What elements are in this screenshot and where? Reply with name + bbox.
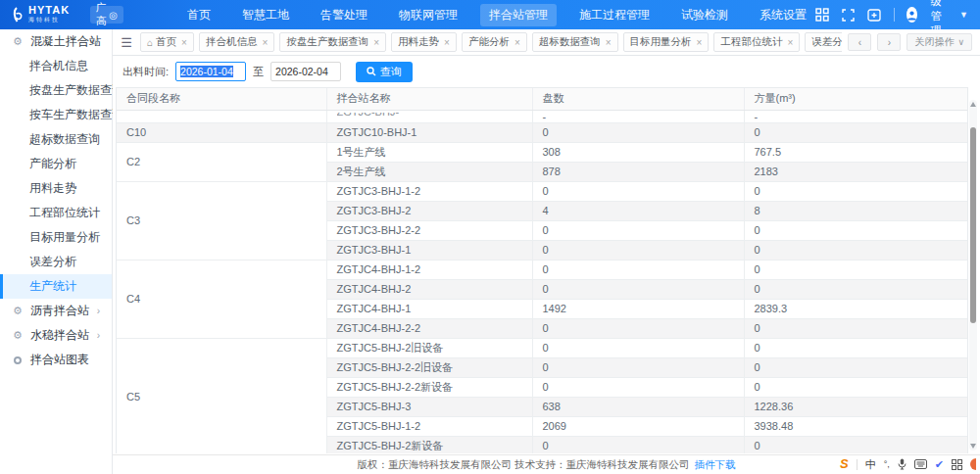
sidebar-item-拌合机信息[interactable]: 拌合机信息 [0,54,112,78]
sidebar-item-目标用量分析[interactable]: 目标用量分析 [0,225,112,250]
cell-station: ZGTJC3-BHJ-2-2 [326,220,532,240]
tab-8[interactable]: 工程部位统计× [713,32,800,52]
nav-item-6[interactable]: 施工过程管理 [570,4,659,26]
cell-volume: 0 [744,377,968,397]
handwriting-icon[interactable]: ✔ [935,456,944,472]
avatar[interactable] [906,7,917,23]
fullscreen-icon[interactable] [842,9,855,22]
close-icon[interactable]: × [262,37,268,48]
close-actions-dropdown[interactable]: 关闭操作 ∨ [906,33,972,51]
cell-volume: 2839.3 [744,299,968,318]
tabs-scroll-right-button[interactable]: › [877,33,901,51]
nav-item-8[interactable]: 系统设置 [751,4,815,26]
close-icon[interactable]: × [181,37,187,48]
close-icon[interactable]: × [787,37,793,48]
cell-station: 1号生产线 [326,142,532,162]
close-icon[interactable]: × [697,37,703,48]
top-nav: 首页智慧工地告警处理物联网管理拌合站管理施工过程管理试验检测系统设置 [178,4,815,26]
tab-2[interactable]: 拌合机信息× [199,32,274,52]
mic-icon[interactable] [898,458,906,470]
date-to-input[interactable]: 2026-02-04 [270,62,341,81]
chinese-mode-icon[interactable]: 中 [865,456,876,472]
cell-volume: 0 [744,357,968,377]
date-from-input[interactable]: 2026-01-04 [175,62,246,81]
vertical-scrollbar[interactable] [969,100,977,450]
sidebar-item-按盘生产数据查询[interactable]: 按盘生产数据查询 [0,78,112,103]
close-icon[interactable]: × [514,37,520,48]
cell-station: ZGTJC5-BHJ-2新设备 [326,436,532,453]
query-bar: 出料时间: 2026-01-04 至 2026-02-04 查询 [113,56,980,87]
close-icon[interactable]: × [606,37,612,48]
cell-contract: C5 [117,338,326,453]
tab-1[interactable]: ⌂首页× [140,32,194,52]
sidebar-item-产能分析[interactable]: 产能分析 [0,152,112,176]
tab-label: 拌合机信息 [206,35,258,49]
station-gear-icon: ⚙ [12,305,24,317]
cell-station: ZGTJC4-BHJ-1 [326,299,532,318]
close-icon[interactable]: × [373,37,379,48]
keyboard-icon[interactable] [914,459,927,469]
scroll-up-arrow[interactable] [970,102,976,107]
tab-4[interactable]: 用料走势× [391,32,457,52]
search-button[interactable]: 查询 [356,62,413,82]
cell-pans: 638 [532,397,744,416]
tabs-scroll-left-button[interactable]: ‹ [848,33,871,51]
apps-grid-icon[interactable] [815,8,829,22]
scrollbar-thumb[interactable] [970,127,976,323]
sidebar-item-用料走势[interactable]: 用料走势 [0,176,112,201]
scroll-down-arrow[interactable] [970,444,976,449]
tab-label: 产能分析 [468,35,510,49]
sidebar-group-label: 拌合站图表 [30,352,89,368]
sidebar-group-3[interactable]: ⚙水稳拌合站› [0,323,112,348]
nav-item-3[interactable]: 告警处理 [312,4,376,26]
tab-label: 用料走势 [398,35,439,49]
brand-logo: HYTAK 海特科技 [0,5,90,24]
ime-toolbar: S 中 °, ✔ [840,456,976,472]
cell-volume: 0 [744,279,968,299]
nav-item-4[interactable]: 物联网管理 [390,4,466,26]
cell-pans: 878 [532,162,744,181]
tab-5[interactable]: 产能分析× [462,32,527,52]
nav-item-2[interactable]: 智慧工地 [233,4,298,26]
close-icon[interactable]: × [444,37,450,48]
ime-grid-icon[interactable] [952,459,962,470]
sidebar-group-1[interactable]: ⚙混凝土拌合站∨ [0,29,112,54]
cell-volume: 1228.36 [744,397,968,416]
tab-3[interactable]: 按盘生产数据查询× [279,32,386,52]
cell-contract [117,110,326,122]
sidebar-item-超标数据查询[interactable]: 超标数据查询 [0,127,112,152]
plugin-download-link[interactable]: 插件下载 [694,458,735,472]
cell-pans: 0 [532,240,744,260]
nav-item-7[interactable]: 试验检测 [672,4,737,26]
partial-clipped-icon[interactable] [970,458,976,470]
nav-item-1[interactable]: 首页 [178,4,220,26]
project-switch-icon[interactable]: ◎ [109,10,118,21]
brand-logo-icon [10,7,24,24]
add-window-icon[interactable] [867,9,881,22]
user-menu-caret-icon[interactable]: ▼ [959,10,968,20]
app-root: HYTAK 海特科技 镇广高速 ◎ 首页智慧工地告警处理物联网管理拌合站管理施工… [0,0,980,474]
tab-7[interactable]: 目标用量分析× [623,32,710,52]
sidebar-group-2[interactable]: ⚙沥青拌合站› [0,299,112,323]
cell-station: ZGTJC5-BHJ-2-2新设备 [326,377,532,397]
nav-item-5[interactable]: 拌合站管理 [480,4,557,26]
sidebar-item-按车生产数据查询[interactable]: 按车生产数据查询 [0,103,112,127]
sidebar-item-误差分析[interactable]: 误差分析 [0,250,112,274]
cell-contract: C4 [117,260,326,338]
sogou-input-icon[interactable]: S [840,456,849,472]
date-to-value: 2026-02-04 [275,66,328,77]
sidebar-group-4[interactable]: 拌合站图表 [0,348,112,372]
sidebar-item-生产统计[interactable]: 生产统计 [0,274,112,299]
project-selector[interactable]: 镇广高速 ◎ [90,6,123,24]
cell-volume: 0 [744,122,968,142]
tab-strip: ☰ ⌂首页×拌合机信息×按盘生产数据查询×用料走势×产能分析×超标数据查询×目标… [113,29,980,56]
cell-volume: 0 [744,240,968,260]
punctuation-icon[interactable]: °, [884,456,890,472]
sidebar-item-工程部位统计[interactable]: 工程部位统计 [0,201,112,225]
collapse-menu-icon[interactable]: ☰ [119,35,134,50]
cell-station: ZGTJC4-BHJ-2-2 [326,318,532,338]
tab-6[interactable]: 超标数据查询× [532,32,618,52]
tab-9[interactable]: 误差分析× [805,32,842,52]
cell-volume: 2183 [744,162,968,181]
tab-label: 目标用量分析 [630,35,692,49]
